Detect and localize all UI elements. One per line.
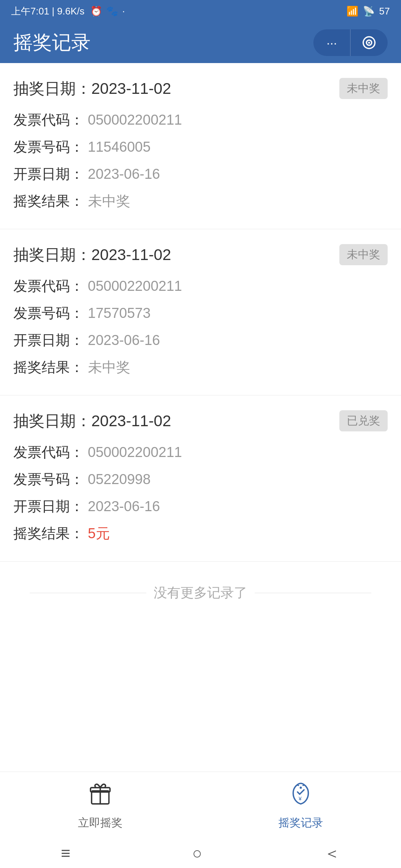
gift-icon xyxy=(87,780,113,812)
issue-date-field-2: 开票日期： 2023-06-16 xyxy=(13,330,388,351)
draw-date-3: 抽奖日期：2023-11-02 xyxy=(13,411,171,431)
lottery-result-field-2: 摇奖结果： 未中奖 xyxy=(13,357,388,378)
status-icons: 📶 📡 57 xyxy=(346,6,390,17)
draw-date-1: 抽奖日期：2023-11-02 xyxy=(13,78,171,99)
tab-records-label: 摇奖记录 xyxy=(278,815,323,831)
record-header: 抽奖日期：2023-11-02 未中奖 xyxy=(13,78,388,99)
invoice-code-field-2: 发票代码： 050002200211 xyxy=(13,276,388,297)
draw-date-2: 抽奖日期：2023-11-02 xyxy=(13,244,171,265)
status-badge-2: 未中奖 xyxy=(339,244,388,265)
header-actions: ··· xyxy=(313,29,388,56)
issue-date-field-3: 开票日期： 2023-06-16 xyxy=(13,496,388,517)
svg-text:¥: ¥ xyxy=(298,796,302,802)
invoice-number-field-3: 发票号码： 05220998 xyxy=(13,469,388,490)
lottery-result-field-1: 摇奖结果： 未中奖 xyxy=(13,191,388,212)
svg-point-6 xyxy=(300,786,302,789)
back-button[interactable]: ＜ xyxy=(324,842,340,864)
records-icon: ¥ xyxy=(288,780,314,812)
record-item: 抽奖日期：2023-11-02 已兑奖 发票代码： 050002200211 发… xyxy=(0,395,401,562)
nav-bar: ≡ ○ ＜ xyxy=(0,838,401,868)
invoice-number-field-1: 发票号码： 11546005 xyxy=(13,137,388,158)
record-item: 抽奖日期：2023-11-02 未中奖 发票代码： 050002200211 发… xyxy=(0,229,401,395)
status-badge-1: 未中奖 xyxy=(339,78,388,99)
status-time: 上午7:01 | 9.6K/s ⏰ 🐾 · xyxy=(11,5,125,18)
status-badge-3: 已兑奖 xyxy=(339,410,388,431)
content-area: 抽奖日期：2023-11-02 未中奖 发票代码： 050002200211 发… xyxy=(0,63,401,772)
tab-lottery[interactable]: 立即摇奖 xyxy=(0,780,200,831)
more-button[interactable]: ··· xyxy=(313,29,351,56)
lottery-result-field-3: 摇奖结果： 5元 xyxy=(13,523,388,544)
record-header: 抽奖日期：2023-11-02 未中奖 xyxy=(13,244,388,265)
page-title: 摇奖记录 xyxy=(13,30,91,56)
battery-indicator: 57 xyxy=(379,6,390,17)
home-button[interactable]: ○ xyxy=(192,844,202,862)
no-more-indicator: 没有更多记录了 xyxy=(0,562,401,624)
invoice-code-field-1: 发票代码： 050002200211 xyxy=(13,109,388,131)
issue-date-field-1: 开票日期： 2023-06-16 xyxy=(13,164,388,185)
tab-records[interactable]: ¥ 摇奖记录 xyxy=(200,780,401,831)
record-header: 抽奖日期：2023-11-02 已兑奖 xyxy=(13,410,388,431)
svg-point-2 xyxy=(368,42,370,43)
scan-button[interactable] xyxy=(351,29,388,56)
invoice-number-field-2: 发票号码： 17570573 xyxy=(13,303,388,324)
tab-bar: 立即摇奖 ¥ 摇奖记录 xyxy=(0,772,401,838)
status-bar: 上午7:01 | 9.6K/s ⏰ 🐾 · 📶 📡 57 xyxy=(0,0,401,22)
invoice-code-field-3: 发票代码： 050002200211 xyxy=(13,442,388,463)
app-header: 摇奖记录 ··· xyxy=(0,22,401,63)
signal-icon: 📶 xyxy=(346,6,358,17)
wifi-icon: 📡 xyxy=(363,6,375,17)
tab-lottery-label: 立即摇奖 xyxy=(78,815,123,831)
record-item: 抽奖日期：2023-11-02 未中奖 发票代码： 050002200211 发… xyxy=(0,63,401,229)
menu-button[interactable]: ≡ xyxy=(61,844,71,862)
